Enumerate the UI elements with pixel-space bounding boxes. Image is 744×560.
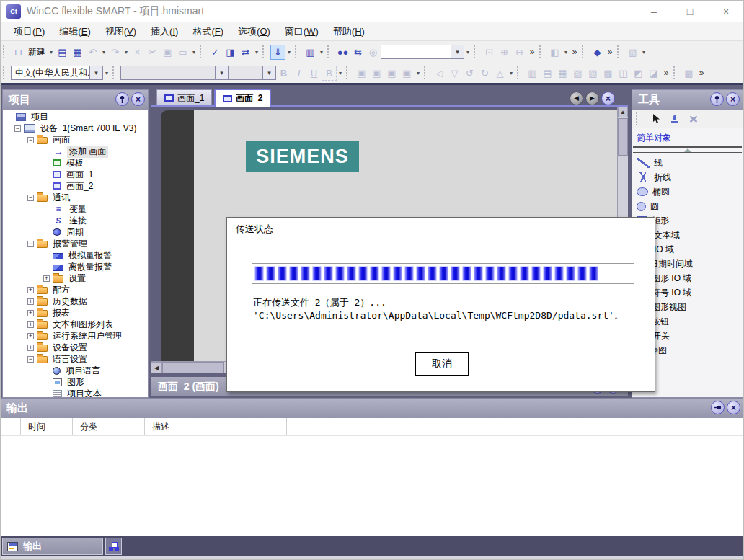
help-overflow[interactable]: » [605, 47, 615, 57]
select-cursor-icon[interactable] [650, 112, 663, 125]
tab-close-icon[interactable]: × [601, 92, 615, 105]
tree-expander[interactable] [27, 310, 34, 316]
undo-button[interactable]: ↶ [85, 45, 100, 60]
paste-button[interactable]: ▭ [175, 45, 190, 60]
new-screen-button[interactable]: □ [11, 45, 26, 60]
flip-horizontal-button[interactable]: ◁ [432, 66, 447, 81]
same-size-button[interactable]: ◪ [646, 66, 661, 81]
tree-text-graphic-lists[interactable]: 文本和图形列表 [3, 319, 148, 330]
tab-screen-2[interactable]: 画面_2 [214, 89, 271, 107]
tab-scroll-right-icon[interactable]: ▶ [585, 92, 599, 105]
align-left-button[interactable]: ▥ [525, 66, 540, 81]
minimize-button[interactable]: – [644, 3, 664, 20]
output-col-description[interactable]: 描述 [145, 418, 287, 435]
tree-communication-folder[interactable]: 通讯 [3, 192, 148, 203]
pin-icon[interactable] [115, 92, 129, 106]
vertical-scroll-thumb[interactable] [618, 118, 628, 156]
remove-from-group-button[interactable]: ▣ [399, 66, 415, 81]
close-icon[interactable]: × [131, 92, 145, 106]
layers-overflow[interactable]: » [696, 68, 707, 78]
scroll-left-icon[interactable]: ◀ [151, 362, 162, 373]
cancel-button[interactable]: 取消 [415, 352, 469, 376]
menu-view[interactable]: 视图(V) [98, 23, 143, 40]
rotate-right-button[interactable]: ↻ [477, 66, 492, 81]
windows-dropdown[interactable]: ▾ [640, 49, 647, 55]
open-project-button[interactable]: ▤ [55, 45, 70, 60]
add-to-group-button[interactable]: ▣ [384, 66, 399, 81]
align-right-button[interactable]: ▦ [555, 66, 570, 81]
object-view-button[interactable] [105, 538, 122, 555]
bold-button[interactable]: B [276, 66, 291, 81]
menu-options[interactable]: 选项(O) [231, 23, 278, 40]
output-col-category[interactable]: 分类 [73, 418, 145, 435]
tools-icon[interactable] [687, 112, 700, 125]
tree-device-1[interactable]: 设备_1(Smart 700 IE V3) [3, 123, 148, 134]
download-dropdown[interactable]: ▾ [285, 49, 293, 55]
distribute-horizontal-button[interactable]: ◫ [616, 66, 631, 81]
new-dropdown[interactable]: ▾ [48, 49, 55, 55]
layers-button[interactable]: ▩ [681, 66, 696, 81]
validate-button[interactable]: ✓ [208, 45, 223, 60]
tree-expander[interactable] [43, 275, 50, 282]
pin-icon[interactable] [710, 92, 724, 106]
rotate-dropdown[interactable]: ▾ [508, 70, 515, 76]
search-combo[interactable] [381, 45, 464, 59]
status-output-tab[interactable]: 输出 [2, 538, 103, 555]
simple-objects-section[interactable]: 简单对象 [632, 128, 743, 146]
menu-edit[interactable]: 编辑(E) [52, 23, 97, 40]
language-dropdown[interactable]: ▾ [103, 70, 110, 76]
blink-text-button[interactable]: B [322, 66, 337, 81]
tree-historical-data[interactable]: 历史数据 [3, 295, 148, 307]
tree-expander[interactable] [27, 241, 34, 247]
help-library-button[interactable]: ◆ [590, 45, 605, 60]
unpin-icon[interactable] [711, 401, 725, 414]
cross-reference-button[interactable]: ▥ [303, 45, 318, 60]
horizontal-scroll-thumb[interactable] [162, 362, 224, 373]
stamp-icon[interactable] [668, 112, 681, 125]
italic-button[interactable]: I [291, 66, 306, 81]
fill-dropdown[interactable]: ▾ [562, 49, 570, 55]
zoom-overflow[interactable]: » [527, 47, 537, 57]
windows-button[interactable]: ▧ [625, 45, 640, 60]
font-style-dropdown[interactable]: ▾ [337, 70, 344, 76]
tree-project-texts[interactable]: 项目文本 [3, 388, 148, 397]
tree-reports[interactable]: 报表 [3, 307, 148, 319]
transfer-settings-button[interactable]: ⇄ [238, 45, 253, 60]
tree-template[interactable]: 模板 [3, 157, 148, 169]
language-combo[interactable]: 中文(中华人民共和... [11, 66, 103, 80]
scroll-up-icon[interactable]: ▲ [618, 107, 628, 117]
tree-screen-1[interactable]: 画面_1 [3, 169, 148, 180]
tree-project-root[interactable]: 项目 [3, 111, 148, 123]
close-button[interactable]: × [716, 3, 736, 20]
tree-connections[interactable]: 连接 [3, 215, 148, 226]
group-button[interactable]: ▣ [354, 66, 369, 81]
tree-alarm-management[interactable]: 报警管理 [3, 238, 148, 249]
rotate-left-button[interactable]: ↺ [462, 66, 477, 81]
tree-tags[interactable]: 变量 [3, 203, 148, 215]
align-top-button[interactable]: ▧ [570, 66, 585, 81]
flip-vertical-button[interactable]: ▽ [447, 66, 462, 81]
font-combo[interactable] [120, 66, 229, 80]
tree-discrete-alarms[interactable]: 离散量报警 [3, 261, 148, 272]
menu-help[interactable]: 帮助(H) [326, 23, 372, 40]
menu-insert[interactable]: 插入(I) [143, 23, 185, 40]
align-center-button[interactable]: ▤ [540, 66, 555, 81]
tool-circle[interactable]: 圆 [637, 199, 743, 213]
redo-button[interactable]: ↷ [107, 45, 123, 60]
cut-button[interactable]: ✂ [145, 45, 160, 60]
tree-add-screen[interactable]: 添加 画面 [3, 146, 148, 157]
menu-project[interactable]: 项目(P) [6, 23, 52, 40]
align-overflow[interactable]: » [661, 68, 671, 78]
tree-expander[interactable] [27, 321, 34, 328]
tree-alarm-settings[interactable]: 设置 [3, 272, 148, 284]
zoom-area-button[interactable]: ⊡ [482, 45, 497, 60]
menu-window[interactable]: 窗口(W) [278, 23, 326, 40]
tree-expander[interactable] [14, 125, 21, 132]
tree-screen-2[interactable]: 画面_2 [3, 180, 148, 192]
tree-screens-folder[interactable]: 画面 [3, 134, 148, 146]
find-next-button[interactable]: ◎ [366, 45, 381, 60]
replace-button[interactable]: ⇆ [350, 45, 366, 60]
tree-expander[interactable] [27, 356, 34, 363]
font-size-combo[interactable] [229, 66, 276, 80]
zoom-out-button[interactable]: ⊖ [512, 45, 527, 60]
